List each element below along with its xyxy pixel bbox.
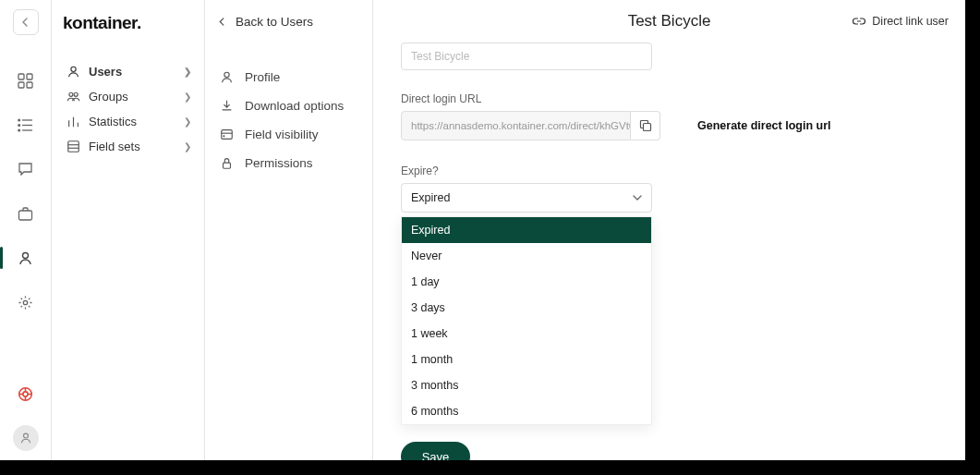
logo: kontainer. (63, 13, 193, 33)
profile-icon (220, 70, 234, 84)
sidebar-item-groups[interactable]: Groups ❯ (63, 84, 193, 109)
chevron-right-icon: ❯ (184, 91, 191, 102)
shadow (965, 0, 980, 475)
svg-point-9 (18, 129, 20, 131)
svg-point-21 (69, 92, 73, 96)
subnav: Back to Users Profile Download options F… (204, 0, 373, 460)
expire-option[interactable]: 1 week (402, 321, 651, 347)
visibility-icon (220, 128, 234, 141)
direct-link-label: Direct link user (872, 15, 949, 28)
collapse-button[interactable] (13, 9, 39, 35)
name-input[interactable]: Test Bicycle (401, 43, 652, 70)
copy-button[interactable] (631, 111, 660, 140)
briefcase-icon[interactable] (11, 199, 41, 228)
lock-icon (220, 156, 234, 170)
list-icon[interactable] (11, 110, 41, 140)
svg-rect-34 (643, 124, 650, 131)
svg-point-12 (23, 300, 27, 304)
sidebar-item-label: Statistics (89, 115, 137, 128)
svg-point-32 (224, 136, 224, 137)
svg-rect-3 (27, 82, 32, 88)
copy-icon (639, 119, 652, 132)
subnav-item-permissions[interactable]: Permissions (214, 149, 363, 177)
fieldsets-icon (67, 140, 80, 153)
user-icon (67, 65, 80, 79)
back-to-users[interactable]: Back to Users (205, 0, 372, 44)
user-admin-icon[interactable] (11, 243, 41, 273)
svg-point-11 (23, 252, 29, 258)
expire-option[interactable]: Never (402, 243, 651, 269)
groups-icon (67, 90, 80, 104)
direct-link-user[interactable]: Direct link user (852, 15, 949, 28)
subnav-item-download[interactable]: Download options (214, 91, 363, 120)
subnav-label: Permissions (245, 156, 313, 170)
chevron-left-icon (218, 18, 226, 26)
expire-dropdown: Expired Never 1 day 3 days 1 week 1 mont… (401, 216, 652, 425)
sidebar-item-label: Field sets (89, 140, 140, 153)
back-label: Back to Users (236, 15, 313, 29)
expire-option[interactable]: Expired (402, 217, 651, 243)
chevron-down-icon (633, 195, 642, 201)
expire-value: Expired (411, 191, 450, 204)
expire-label: Expire? (401, 164, 938, 177)
expire-option[interactable]: 6 months (402, 398, 651, 424)
expire-select[interactable]: Expired (401, 183, 652, 213)
name-value: Test Bicycle (411, 50, 469, 63)
subnav-label: Field visibility (245, 128, 319, 141)
main-panel: Test Bicycle Direct link user Test Bicyc… (373, 0, 965, 460)
svg-point-20 (71, 67, 76, 71)
svg-rect-2 (18, 82, 24, 88)
svg-point-19 (23, 433, 28, 438)
shadow (0, 460, 980, 475)
subnav-item-profile[interactable]: Profile (214, 63, 363, 91)
svg-point-7 (18, 119, 20, 121)
svg-rect-0 (18, 74, 24, 79)
svg-rect-26 (68, 141, 79, 152)
svg-point-14 (23, 391, 28, 396)
link-icon (852, 17, 866, 26)
sidebar-item-fieldsets[interactable]: Field sets ❯ (63, 134, 193, 159)
expire-option[interactable]: 1 month (402, 347, 651, 372)
svg-point-8 (18, 124, 20, 126)
expire-option[interactable]: 1 day (402, 269, 651, 295)
download-icon (220, 99, 234, 113)
chevron-right-icon: ❯ (184, 141, 191, 152)
chevron-right-icon: ❯ (184, 67, 191, 77)
sidebar-item-users[interactable]: Users ❯ (63, 59, 193, 84)
svg-rect-33 (224, 163, 231, 168)
svg-point-22 (74, 92, 78, 96)
subnav-label: Download options (245, 99, 344, 113)
account-avatar[interactable] (13, 425, 39, 451)
chat-icon[interactable] (11, 154, 41, 184)
sidebar-item-label: Groups (89, 90, 128, 104)
settings-icon[interactable] (11, 287, 41, 317)
dashboard-icon[interactable] (11, 66, 41, 95)
svg-rect-10 (19, 211, 32, 220)
sidebar: kontainer. Users ❯ Groups ❯ Statistics ❯… (52, 0, 204, 460)
help-icon[interactable] (11, 379, 41, 408)
sidebar-item-statistics[interactable]: Statistics ❯ (63, 109, 193, 134)
svg-rect-1 (27, 74, 32, 79)
icon-rail (0, 0, 52, 460)
subnav-item-visibility[interactable]: Field visibility (214, 120, 363, 149)
svg-point-29 (224, 72, 229, 77)
expire-option[interactable]: 3 months (402, 372, 651, 398)
expire-option[interactable]: 3 days (402, 295, 651, 321)
page-title: Test Bicycle (628, 12, 711, 30)
stats-icon (67, 115, 80, 128)
chevron-right-icon: ❯ (184, 116, 191, 127)
sidebar-item-label: Users (89, 65, 122, 79)
generate-url-link[interactable]: Generate direct login url (697, 119, 830, 132)
url-label: Direct login URL (401, 92, 938, 105)
subnav-label: Profile (245, 70, 280, 84)
svg-rect-30 (222, 130, 232, 140)
save-button[interactable]: Save (401, 442, 470, 460)
direct-login-url-input[interactable]: https://annasdemo.kontainer.com/direct/k… (401, 111, 631, 140)
